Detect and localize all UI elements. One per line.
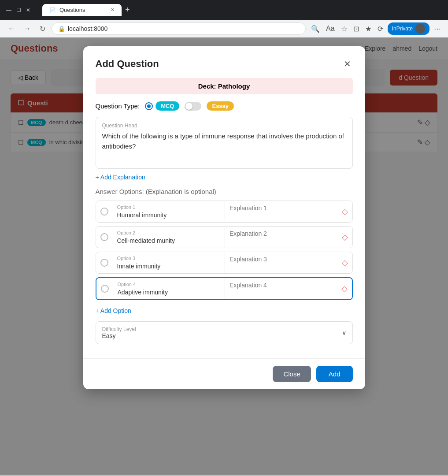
chevron-down-icon: ∨ bbox=[342, 329, 346, 336]
split-btn[interactable]: ⊡ bbox=[352, 23, 361, 35]
option-radio-wrap-1 bbox=[96, 201, 113, 222]
option-text-wrap-1: Option 1 Humoral immunity bbox=[113, 201, 226, 222]
question-head-label: Question Head bbox=[102, 123, 346, 129]
option-radio-4[interactable] bbox=[101, 285, 109, 293]
option-radio-3[interactable] bbox=[100, 259, 108, 267]
refresh-btn[interactable]: ↻ bbox=[37, 23, 48, 35]
add-question-modal: Add Question ✕ Deck: Pathology Question … bbox=[83, 46, 365, 389]
option-label-1: Option 1 bbox=[117, 205, 221, 210]
option-label-3: Option 3 bbox=[117, 256, 221, 261]
mcq-radio[interactable] bbox=[145, 102, 153, 110]
option-radio-wrap-3 bbox=[96, 252, 113, 273]
add-button[interactable]: Add bbox=[316, 366, 353, 382]
option-input-1[interactable]: Humoral immunity bbox=[117, 212, 221, 219]
delete-option-3-btn[interactable]: ◇ bbox=[337, 252, 352, 273]
question-head-input[interactable] bbox=[102, 131, 346, 161]
question-type-label: Question Type: bbox=[96, 102, 140, 110]
explanation-wrap-1 bbox=[225, 201, 337, 222]
url-text: localhost:8000 bbox=[68, 25, 107, 32]
delete-option-2-btn[interactable]: ◇ bbox=[337, 227, 352, 248]
profile-avatar bbox=[415, 24, 425, 33]
modal-close-btn[interactable]: ✕ bbox=[342, 57, 353, 71]
question-head-container: Question Head bbox=[96, 117, 353, 169]
option-input-2[interactable]: Cell-mediated munity bbox=[117, 237, 221, 244]
favorites-btn[interactable]: ☆ bbox=[339, 23, 349, 35]
option-row-1: Option 1 Humoral immunity ◇ bbox=[96, 201, 353, 223]
lock-icon: 🔒 bbox=[58, 26, 65, 32]
modal-body[interactable]: Deck: Pathology Question Type: MCQ Essay bbox=[83, 78, 365, 358]
explanation-wrap-4 bbox=[225, 278, 337, 299]
mcq-option[interactable]: MCQ bbox=[145, 101, 179, 111]
option-radio-1[interactable] bbox=[100, 208, 108, 216]
option-text-wrap-3: Option 3 Innate immunity bbox=[113, 252, 226, 273]
deck-label: Deck: Pathology bbox=[96, 78, 353, 94]
new-tab-btn[interactable]: + bbox=[122, 4, 133, 16]
add-option-link[interactable]: + Add Option bbox=[96, 307, 131, 314]
back-nav-btn[interactable]: ← bbox=[5, 23, 18, 34]
close-window-btn[interactable]: ✕ bbox=[25, 7, 32, 14]
explanation-input-3[interactable] bbox=[230, 256, 333, 270]
modal-header: Add Question ✕ bbox=[83, 46, 365, 78]
option-input-3[interactable]: Innate immunity bbox=[117, 263, 221, 270]
option-row-2: Option 2 Cell-mediated munity ◇ bbox=[96, 226, 353, 248]
option-radio-2[interactable] bbox=[100, 233, 108, 241]
difficulty-select[interactable]: Difficulty Level Easy ∨ bbox=[96, 321, 353, 344]
menu-btn[interactable]: ⋯ bbox=[432, 23, 443, 35]
difficulty-value: Easy bbox=[102, 332, 136, 339]
deck-name: Pathology bbox=[218, 82, 250, 90]
delete-option-4-btn[interactable]: ◇ bbox=[337, 278, 352, 299]
option-label-4: Option 4 bbox=[118, 282, 221, 287]
option-radio-wrap-4 bbox=[96, 278, 113, 299]
mcq-badge[interactable]: MCQ bbox=[156, 101, 179, 111]
option-text-wrap-2: Option 2 Cell-mediated munity bbox=[113, 227, 226, 248]
maximize-btn[interactable]: ☐ bbox=[15, 7, 22, 14]
zoom-btn[interactable]: 🔍 bbox=[309, 23, 322, 35]
answer-options-label: Answer Options: bbox=[96, 188, 144, 195]
collections-btn[interactable]: ★ bbox=[363, 23, 373, 35]
essay-badge[interactable]: Essay bbox=[207, 101, 234, 111]
answer-options-note: (Explanation is optional) bbox=[146, 188, 216, 195]
option-text-wrap-4: Option 4 Adaptive immunity bbox=[113, 278, 226, 299]
browser-tab[interactable]: 📄 Questions ✕ bbox=[42, 4, 122, 16]
option-radio-wrap-2 bbox=[96, 227, 113, 248]
toggle-knob bbox=[185, 103, 193, 110]
tab-favicon: 📄 bbox=[49, 7, 56, 13]
address-bar[interactable]: 🔒 localhost:8000 bbox=[52, 22, 306, 35]
tab-title: Questions bbox=[59, 7, 85, 13]
answer-options-header: Answer Options: (Explanation is optional… bbox=[96, 188, 353, 195]
option-label-2: Option 2 bbox=[117, 230, 221, 235]
explanation-input-4[interactable] bbox=[230, 282, 333, 296]
options-container: Option 1 Humoral immunity ◇ Option 2 Cel… bbox=[96, 201, 353, 300]
explanation-input-1[interactable] bbox=[230, 205, 333, 219]
sync-btn[interactable]: ⟳ bbox=[376, 23, 385, 35]
explanation-wrap-3 bbox=[225, 252, 337, 273]
close-button[interactable]: Close bbox=[273, 366, 311, 382]
explanation-wrap-2 bbox=[225, 227, 337, 248]
add-explanation-link[interactable]: + Add Explanation bbox=[96, 174, 145, 181]
forward-nav-btn[interactable]: → bbox=[21, 23, 33, 34]
minimize-btn[interactable]: — bbox=[5, 7, 12, 14]
reader-btn[interactable]: Aa bbox=[324, 23, 337, 34]
modal-title: Add Question bbox=[96, 58, 159, 70]
inprivate-badge: InPrivate bbox=[388, 22, 429, 35]
inprivate-label: InPrivate bbox=[392, 26, 413, 32]
difficulty-label: Difficulty Level bbox=[102, 326, 136, 332]
option-row-4: Option 4 Adaptive immunity ◇ bbox=[96, 277, 353, 300]
deck-prefix: Deck: bbox=[198, 82, 216, 90]
modal-footer: Close Add bbox=[83, 358, 365, 389]
option-input-4[interactable]: Adaptive immunity bbox=[118, 289, 221, 296]
modal-overlay: Add Question ✕ Deck: Pathology Question … bbox=[0, 37, 448, 475]
explanation-input-2[interactable] bbox=[230, 230, 333, 244]
type-toggle[interactable] bbox=[185, 102, 201, 111]
question-type-row: Question Type: MCQ Essay bbox=[96, 101, 353, 111]
tab-close-btn[interactable]: ✕ bbox=[111, 7, 115, 13]
delete-option-1-btn[interactable]: ◇ bbox=[337, 201, 352, 222]
option-row-3: Option 3 Innate immunity ◇ bbox=[96, 252, 353, 274]
